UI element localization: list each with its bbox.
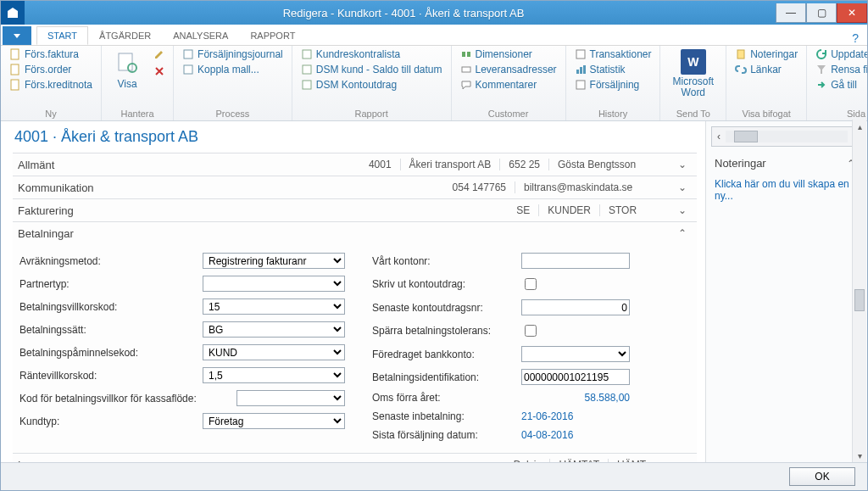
label-our-account: Vårt kontonr: <box>372 255 516 267</box>
view-button[interactable]: Visa <box>108 47 146 92</box>
main-pane: 4001 · Åkeri & transport AB Allmänt 4001… <box>1 121 705 465</box>
sales[interactable]: Försäljning <box>573 78 654 92</box>
label-app-method: Avräkningsmetod: <box>19 255 198 267</box>
transactions[interactable]: Transaktioner <box>573 47 654 61</box>
file-dropdown[interactable] <box>3 26 31 45</box>
new-credit-memo[interactable]: Förs.kreditnota <box>8 78 94 92</box>
preferred-bank-select[interactable] <box>521 346 630 362</box>
notes[interactable]: Noteringar <box>733 47 799 61</box>
label-fin-charge: Räntevillkorskod: <box>19 370 198 382</box>
cashflow-terms-select[interactable] <box>236 390 345 406</box>
fasttab-communication: Kommunikation 054 147765 biltrans@maskin… <box>13 176 697 199</box>
label-cashflow-terms: Kod för betalningsvillkor för kassaflöde… <box>19 393 231 405</box>
label-last-payment: Senaste inbetalning: <box>372 410 516 422</box>
ship-to-addresses[interactable]: Leveransadresser <box>459 63 559 76</box>
customer-type-select[interactable]: Företag <box>203 413 345 429</box>
svg-rect-1 <box>11 64 19 75</box>
statistics[interactable]: Statistik <box>573 63 654 76</box>
svg-rect-2 <box>11 80 19 90</box>
partner-type-select[interactable] <box>203 276 345 292</box>
minimize-button[interactable]: — <box>776 3 806 23</box>
payment-terms-select[interactable]: 15 <box>203 299 345 315</box>
label-payment-id: Betalningsidentifikation: <box>372 371 516 383</box>
chevron-down-icon: ⌄ <box>675 204 690 216</box>
group-sendto: Send To <box>667 107 719 120</box>
group-report: Rapport <box>299 107 444 120</box>
hscroll-thumb[interactable] <box>734 131 758 142</box>
label-reminder-code: Betalningspåminnelsekod: <box>19 347 198 359</box>
factbox-notes-header[interactable]: Noteringar ⌃ <box>706 153 867 173</box>
block-tolerance-checkbox[interactable] <box>525 325 537 337</box>
close-button[interactable]: ✕ <box>837 3 867 23</box>
scroll-down-icon[interactable]: ▾ <box>853 449 866 462</box>
dsm-balance[interactable]: DSM kund - Saldo till datum <box>299 63 444 76</box>
reminder-code-select[interactable]: KUND <box>203 344 345 360</box>
factbox-pane: ‹ › Noteringar ⌃ Klicka här om du vill s… <box>705 121 867 465</box>
new-sales-order[interactable]: Förs.order <box>8 63 94 76</box>
sales-last-year-value[interactable]: 58.588,00 <box>521 392 630 404</box>
page-title: 4001 · Åkeri & transport AB <box>13 126 697 153</box>
scroll-left-icon[interactable]: ‹ <box>712 131 726 142</box>
svg-rect-5 <box>184 50 192 59</box>
last-payment-value[interactable]: 21-06-2016 <box>521 410 573 422</box>
our-account-input[interactable] <box>521 253 630 269</box>
help-icon[interactable]: ? <box>852 31 859 45</box>
fasttab-payments-header[interactable]: Betalningar ⌃ <box>13 222 697 244</box>
svg-rect-3 <box>119 53 132 70</box>
print-statement-checkbox[interactable] <box>525 278 537 290</box>
svg-rect-17 <box>576 81 585 89</box>
fin-charge-select[interactable]: 1,5 <box>203 367 345 383</box>
application-method-select[interactable]: Registrering fakturanr <box>203 253 345 269</box>
fasttab-communication-header[interactable]: Kommunikation 054 147765 biltrans@maskin… <box>13 176 697 198</box>
maximize-button[interactable]: ▢ <box>806 3 837 23</box>
tab-report[interactable]: RAPPORT <box>239 26 306 45</box>
group-attachments: Visa bifogat <box>733 107 799 120</box>
tab-analyze[interactable]: ANALYSERA <box>162 26 239 45</box>
fasttab-invoicing-header[interactable]: Fakturering SE KUNDER STOR ⌄ <box>13 199 697 221</box>
sales-journal[interactable]: Försäljningsjournal <box>181 47 285 61</box>
page-vscroll[interactable]: ▴ ▾ <box>852 120 866 462</box>
label-sales-last-year: Oms förra året: <box>372 392 516 404</box>
chevron-down-icon: ⌄ <box>675 181 690 193</box>
fasttab-general-header[interactable]: Allmänt 4001 Åkeri transport AB 652 25 G… <box>13 153 697 176</box>
label-print-statement: Skriv ut kontoutdrag: <box>372 278 516 290</box>
clear-filter[interactable]: Rensa filter <box>814 63 868 76</box>
label-last-sale-date: Sista försäljning datum: <box>372 429 516 441</box>
scroll-up-icon[interactable]: ▴ <box>853 120 866 133</box>
comments[interactable]: Kommentarer <box>459 78 559 92</box>
dimensions[interactable]: Dimensioner <box>459 47 559 61</box>
delete-icon[interactable] <box>153 64 166 78</box>
app-icon <box>1 1 25 25</box>
create-note-link[interactable]: Klicka här om du vill skapa en ny... <box>706 173 867 207</box>
label-payment-method: Betalningssätt: <box>19 324 198 336</box>
last-statement-no-input[interactable] <box>521 299 630 315</box>
tab-actions[interactable]: ÅTGÄRDER <box>88 26 162 45</box>
label-preferred-bank: Föredraget bankkonto: <box>372 349 516 360</box>
fasttab-invoicing: Fakturering SE KUNDER STOR ⌄ <box>13 199 697 222</box>
refresh[interactable]: Uppdatera <box>814 47 868 61</box>
new-sales-invoice[interactable]: Förs.faktura <box>8 47 94 61</box>
go-to[interactable]: Gå till <box>814 78 868 92</box>
factbox-hscroll[interactable]: ‹ › <box>711 126 862 147</box>
svg-rect-12 <box>462 67 470 72</box>
dsm-statement[interactable]: DSM Kontoutdrag <box>299 78 444 92</box>
label-customer-type: Kundtyp: <box>19 416 198 427</box>
edit-icon[interactable] <box>153 47 166 61</box>
group-manage: Hantera <box>108 107 166 120</box>
tab-start[interactable]: START <box>36 26 88 45</box>
ribbon: Förs.faktura Förs.order Förs.kreditnota … <box>1 46 867 121</box>
ok-button[interactable]: OK <box>789 467 855 486</box>
payment-id-input[interactable] <box>521 369 630 385</box>
group-page: Sida <box>814 107 868 120</box>
svg-rect-13 <box>576 50 585 59</box>
apply-template[interactable]: Koppla mall... <box>181 63 285 76</box>
payment-method-select[interactable]: BG <box>203 321 345 338</box>
fasttab-general: Allmänt 4001 Åkeri transport AB 652 25 G… <box>13 153 697 176</box>
vscroll-thumb[interactable] <box>854 289 865 311</box>
fasttab-payments: Betalningar ⌃ Avräkningsmetod:Registreri… <box>13 222 697 454</box>
customer-ledger-list[interactable]: Kundreskontralista <box>299 47 444 61</box>
label-block-tolerance: Spärra betalningstolerans: <box>372 325 516 337</box>
links[interactable]: Länkar <box>733 63 799 76</box>
send-to-word[interactable]: W Microsoft Word <box>667 47 719 100</box>
last-sale-date-value[interactable]: 04-08-2016 <box>521 429 573 441</box>
